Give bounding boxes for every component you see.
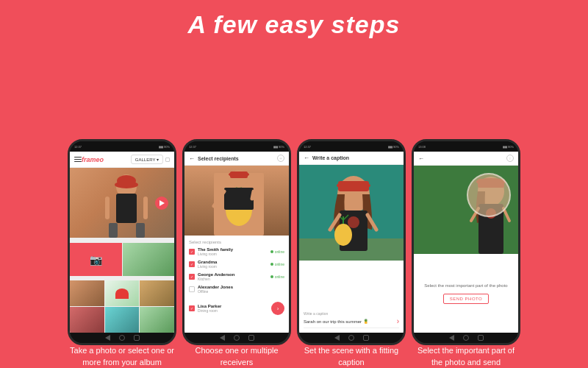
checkbox-2[interactable]: ✓ bbox=[189, 274, 195, 280]
phone-3-header: ← Write a caption bbox=[299, 152, 404, 165]
back-arrow-icon-4: ← bbox=[418, 155, 424, 162]
nav-home-icon-3 bbox=[348, 335, 354, 341]
send-arrow-icon[interactable]: › bbox=[397, 317, 399, 325]
back-arrow-icon-3: ← bbox=[304, 155, 309, 161]
caption-title: Write a caption bbox=[312, 155, 399, 160]
phone-3-bottom-bar bbox=[299, 333, 404, 343]
tiny-photo-3 bbox=[140, 280, 174, 306]
app-logo: frameo bbox=[82, 156, 104, 163]
status-0: online bbox=[270, 250, 284, 254]
tiny-photos-row bbox=[70, 280, 174, 333]
tiny-photo-4 bbox=[70, 307, 104, 333]
phone-3-notch: 12:37 ▮▮▮ 90% bbox=[299, 141, 404, 152]
recipient-info-0: The Smith family Living room bbox=[198, 247, 268, 256]
hamburger-icon bbox=[74, 157, 82, 163]
phone-4-container: 13:08 ▮▮▮ 90% ← i bbox=[412, 139, 520, 368]
tiny-photo-2 bbox=[105, 280, 140, 306]
play-button[interactable] bbox=[155, 197, 168, 210]
list-label: Select recipients bbox=[189, 240, 284, 244]
nav-home-icon-4 bbox=[463, 335, 469, 341]
phone-2-container: 12:37 ▮▮▮ 90% ← Select recipients + bbox=[182, 139, 291, 368]
recipients-title: Select recipients bbox=[198, 156, 274, 161]
svg-point-25 bbox=[348, 216, 359, 228]
person-svg bbox=[103, 173, 151, 238]
recipient-info-1: Grandma Living room bbox=[198, 260, 268, 269]
phone-4-bottom-bar bbox=[414, 333, 518, 343]
nav-recent-icon bbox=[134, 335, 140, 341]
nav-back-icon-3 bbox=[334, 335, 340, 341]
phone-1-bottom-bar bbox=[70, 333, 174, 343]
add-icon bbox=[165, 158, 170, 162]
nav-back-icon-4 bbox=[449, 335, 454, 341]
svg-rect-4 bbox=[109, 223, 118, 238]
caption-area: Write a caption Sarah on our trip this s… bbox=[299, 261, 404, 333]
crop-instruction: Select the most important part of the ph… bbox=[424, 283, 507, 288]
phone-1-container: 12:37 ▮▮▮ 90% frameo GALLERY ▾ bbox=[68, 139, 176, 368]
checkbox-1[interactable]: ✓ bbox=[189, 261, 195, 267]
back-arrow-icon: ← bbox=[189, 155, 195, 162]
checkbox-0[interactable]: ✓ bbox=[189, 249, 195, 255]
caption-text[interactable]: Sarah on our trip this summer 🍍 bbox=[304, 319, 395, 324]
small-photo-1 bbox=[123, 243, 175, 276]
page-title: A few easy steps bbox=[188, 10, 401, 39]
phone-3: 12:37 ▮▮▮ 90% ← Write a caption bbox=[297, 139, 406, 345]
send-photo-button[interactable]: SEND PHOTO bbox=[443, 294, 490, 304]
status-2: online bbox=[270, 275, 284, 279]
main-photo bbox=[70, 168, 174, 238]
phone-2-screen: ← Select recipients + bbox=[184, 152, 289, 333]
recipient-info-4: Lisa Parker Dining room bbox=[198, 304, 268, 313]
camera-icon: 📷 bbox=[90, 254, 102, 266]
svg-rect-23 bbox=[338, 181, 369, 191]
svg-line-18 bbox=[252, 191, 254, 199]
checkbox-3[interactable] bbox=[189, 286, 195, 292]
phone-4-notch: 13:08 ▮▮▮ 90% bbox=[414, 141, 518, 152]
recipient-item-0: ✓ The Smith family Living room online bbox=[189, 247, 284, 256]
status-1: online bbox=[270, 262, 284, 266]
phone-1: 12:37 ▮▮▮ 90% frameo GALLERY ▾ bbox=[68, 139, 176, 345]
pineapple-person-svg bbox=[184, 166, 289, 236]
phone-2-bottom-bar bbox=[184, 333, 289, 343]
camera-tile[interactable]: 📷 bbox=[70, 243, 122, 276]
recipient-item-2: ✓ George Anderson Kitchen online bbox=[189, 272, 284, 281]
phone-1-notch: 12:37 ▮▮▮ 90% bbox=[70, 141, 174, 152]
phone-4-content: Select the most important part of the ph… bbox=[414, 254, 518, 333]
phone-1-screen: frameo GALLERY ▾ bbox=[70, 152, 174, 333]
svg-rect-16 bbox=[224, 188, 254, 210]
recipient-info-3: Alexander Jones Offline bbox=[198, 285, 284, 294]
phone-3-container: 12:37 ▮▮▮ 90% ← Write a caption bbox=[297, 139, 406, 368]
caption-input-row: Sarah on our trip this summer 🍍 › bbox=[304, 317, 399, 328]
nav-recent-icon-2 bbox=[248, 335, 254, 341]
phone-2-notch: 12:37 ▮▮▮ 90% bbox=[184, 141, 289, 152]
caption-person-svg bbox=[299, 165, 404, 261]
step-2-caption: Choose one or multiple receivers bbox=[182, 345, 291, 368]
phones-row: 12:37 ▮▮▮ 90% frameo GALLERY ▾ bbox=[68, 46, 520, 368]
photo-grid: 📷 bbox=[70, 168, 174, 280]
svg-point-26 bbox=[334, 224, 352, 246]
tiny-photo-1 bbox=[70, 280, 104, 306]
phone-2-header: ← Select recipients + bbox=[184, 152, 289, 166]
svg-rect-15 bbox=[230, 171, 248, 178]
nav-back-icon-2 bbox=[220, 335, 225, 341]
nav-recent-icon-3 bbox=[363, 335, 369, 341]
phone-2: 12:37 ▮▮▮ 90% ← Select recipients + bbox=[182, 139, 291, 345]
phone-4-screen: ← i bbox=[414, 152, 518, 333]
checkbox-4[interactable]: ✓ bbox=[189, 305, 195, 311]
crop-circle[interactable] bbox=[467, 173, 511, 217]
svg-rect-1 bbox=[116, 194, 137, 223]
phone-3-screen: ← Write a caption bbox=[299, 152, 404, 333]
tiny-photo-6 bbox=[140, 307, 174, 333]
step-4-caption: Select the important part of the photo a… bbox=[412, 345, 520, 368]
tiny-photo-5 bbox=[105, 307, 140, 333]
add-person-icon: + bbox=[277, 155, 284, 162]
phone-4-header: ← i bbox=[414, 152, 518, 166]
caption-label: Write a caption bbox=[304, 311, 399, 316]
phone-1-header: frameo GALLERY ▾ bbox=[70, 152, 174, 168]
recipient-info-2: George Anderson Kitchen bbox=[198, 272, 268, 281]
svg-point-3 bbox=[117, 175, 136, 187]
step-3-caption: Set the scene with a fitting caption bbox=[297, 345, 406, 368]
step-1-caption: Take a photo or select one or more from … bbox=[68, 345, 176, 368]
send-button-2[interactable]: › bbox=[271, 302, 284, 315]
recipient-list: Select recipients ✓ The Smith family Liv… bbox=[184, 236, 289, 333]
gallery-button[interactable]: GALLERY ▾ bbox=[131, 155, 163, 164]
nav-recent-icon-4 bbox=[478, 335, 484, 341]
